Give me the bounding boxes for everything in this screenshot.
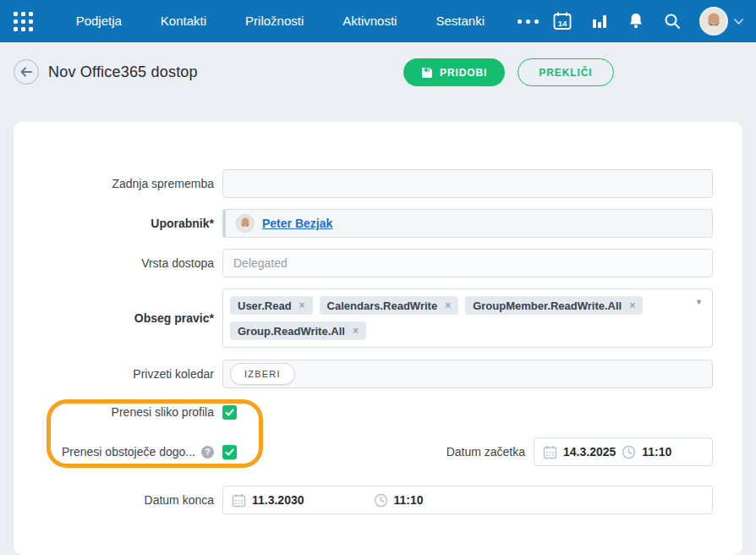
existing-events-label: Prenesi obstoječe dogo... xyxy=(62,445,195,459)
save-button-label: PRIDOBI xyxy=(440,67,487,79)
clock-icon xyxy=(374,493,388,508)
existing-events-checkbox[interactable] xyxy=(222,445,237,459)
row-last-change: Zadnja sprememba xyxy=(14,169,713,198)
scope-tag: Group.ReadWrite.All × xyxy=(230,321,366,340)
nav-item-aktivnosti[interactable]: Aktivnosti xyxy=(323,0,416,42)
start-date-value[interactable]: 14.3.2025 xyxy=(563,445,616,459)
access-type-value: Delegated xyxy=(233,256,288,270)
scope-tag: GroupMember.ReadWrite.All × xyxy=(465,296,643,315)
row-existing-events: Prenesi obstoječe dogo... ? Datum začetk… xyxy=(14,437,713,466)
scopes-field[interactable]: User.Read × Calendars.ReadWrite × GroupM… xyxy=(222,288,713,348)
scope-tag-label: Calendars.ReadWrite xyxy=(327,299,438,312)
remove-tag-icon[interactable]: × xyxy=(445,299,451,311)
calendar-nav-icon[interactable]: 14 xyxy=(552,11,572,31)
topbar-actions: 14 xyxy=(552,7,744,36)
default-calendar-label: Privzeti koledar xyxy=(14,367,214,382)
dropdown-caret-icon[interactable]: ▼ xyxy=(695,298,703,306)
row-access-type: Vrsta dostopa Delegated xyxy=(14,249,713,278)
save-button[interactable]: PRIDOBI xyxy=(403,58,505,86)
search-icon[interactable] xyxy=(663,12,682,30)
nav-item-priloznosti[interactable]: Priložnosti xyxy=(226,0,323,42)
form-panel: Zadnja sprememba Uporabnik* Peter Bezjak… xyxy=(14,122,742,555)
scope-tag-label: User.Read xyxy=(238,299,292,312)
start-time-value[interactable]: 11:10 xyxy=(642,445,671,459)
row-profile-photo: Prenesi sliko profila xyxy=(14,405,713,420)
scopes-label: Obseg pravic* xyxy=(14,311,214,326)
access-type-field[interactable]: Delegated xyxy=(222,249,713,278)
page-header: Nov Office365 dostop PRIDOBI PREKLIČI xyxy=(0,42,756,102)
user-avatar xyxy=(699,7,728,36)
calendar-day-badge: 14 xyxy=(558,19,567,28)
main-nav: Podjetja Kontakti Priložnosti Aktivnosti… xyxy=(57,0,552,42)
last-change-field[interactable] xyxy=(222,169,713,198)
user-menu[interactable] xyxy=(699,7,744,36)
scope-tag-label: GroupMember.ReadWrite.All xyxy=(473,299,622,312)
page-title: Nov Office365 dostop xyxy=(48,63,198,81)
nav-item-kontakti[interactable]: Kontakti xyxy=(141,0,226,42)
reports-chart-icon[interactable] xyxy=(590,12,609,30)
default-calendar-field: IZBERI xyxy=(222,360,713,388)
remove-tag-icon[interactable]: × xyxy=(353,325,359,337)
scope-tag: User.Read × xyxy=(230,296,313,315)
user-label: Uporabnik* xyxy=(14,217,214,231)
remove-tag-icon[interactable]: × xyxy=(299,299,305,311)
end-time-value[interactable]: 11:10 xyxy=(394,493,424,507)
cancel-button-label: PREKLIČI xyxy=(539,67,592,79)
app-grid-icon[interactable] xyxy=(12,9,35,33)
last-change-label: Zadnja sprememba xyxy=(14,177,214,191)
end-date-field[interactable]: 11.3.2030 11:10 xyxy=(222,486,713,514)
scope-tag-label: Group.ReadWrite.All xyxy=(238,325,345,338)
access-type-label: Vrsta dostopa xyxy=(14,256,214,271)
checkmark-icon xyxy=(225,408,234,417)
row-end-date: Datum konca 11.3.2030 11:10 xyxy=(14,486,713,514)
row-default-calendar: Privzeti koledar IZBERI xyxy=(14,360,713,388)
help-icon[interactable]: ? xyxy=(201,446,214,459)
remove-tag-icon[interactable]: × xyxy=(629,299,635,311)
scope-tag: Calendars.ReadWrite × xyxy=(320,296,459,315)
grid-icon xyxy=(13,11,34,32)
calendar-icon xyxy=(232,493,246,508)
choose-calendar-button[interactable]: IZBERI xyxy=(230,363,295,385)
cancel-button[interactable]: PREKLIČI xyxy=(518,58,613,86)
back-button[interactable] xyxy=(14,59,39,85)
user-link[interactable]: Peter Bezjak xyxy=(262,217,332,230)
nav-item-sestanki[interactable]: Sestanki xyxy=(416,0,504,42)
user-link-avatar xyxy=(236,214,255,233)
row-scopes: Obseg pravic* User.Read × Calendars.Read… xyxy=(14,288,713,348)
end-date-value[interactable]: 11.3.2030 xyxy=(252,493,304,507)
profile-photo-label: Prenesi sliko profila xyxy=(14,405,214,420)
user-field[interactable]: Peter Bezjak xyxy=(222,209,713,238)
calendar-icon xyxy=(543,445,557,459)
topbar: Podjetja Kontakti Priložnosti Aktivnosti… xyxy=(0,0,756,42)
start-date-label: Datum začetka xyxy=(446,445,525,459)
nav-item-podjetja[interactable]: Podjetja xyxy=(57,0,141,42)
chevron-down-icon xyxy=(733,16,744,27)
nav-more-icon[interactable] xyxy=(504,19,552,24)
header-actions: PRIDOBI PREKLIČI xyxy=(403,58,614,86)
checkmark-icon xyxy=(225,448,234,457)
clock-icon xyxy=(622,445,636,459)
start-date-field[interactable]: 14.3.2025 11:10 xyxy=(534,437,713,466)
notifications-bell-icon[interactable] xyxy=(627,12,645,30)
row-user: Uporabnik* Peter Bezjak xyxy=(14,209,713,238)
back-arrow-icon xyxy=(19,65,33,79)
profile-photo-checkbox[interactable] xyxy=(222,405,237,420)
end-date-label: Datum konca xyxy=(14,493,214,508)
save-floppy-icon xyxy=(421,67,433,79)
